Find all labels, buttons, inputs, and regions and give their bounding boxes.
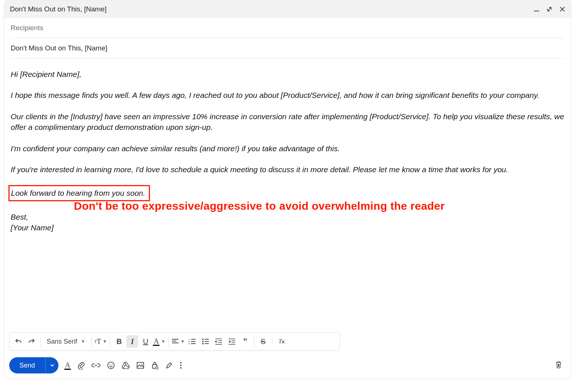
close-icon[interactable] [559, 6, 565, 12]
more-options-icon[interactable] [180, 362, 182, 369]
separator [110, 336, 110, 347]
compose-action-icons: A [64, 361, 182, 370]
discard-draft-icon[interactable] [555, 361, 562, 370]
body-paragraph-3: I'm confident your company can achieve s… [11, 143, 564, 154]
svg-point-8 [108, 362, 114, 369]
minimize-icon[interactable] [534, 6, 539, 12]
body-paragraph-2: Our clients in the [Industry] have seen … [11, 111, 564, 133]
caret-down-icon: ▼ [161, 339, 165, 344]
drive-icon[interactable] [122, 362, 130, 369]
svg-point-16 [180, 365, 182, 366]
font-family-label: Sans Serif [47, 338, 77, 345]
bullet-list-button[interactable] [200, 335, 211, 348]
numbered-list-button[interactable]: 123 [186, 335, 198, 348]
compose-fields: Recipients Don't Miss Out on This, [Name… [4, 18, 571, 58]
svg-point-9 [110, 364, 110, 365]
body-paragraph-4: If you're interested in learning more, I… [11, 164, 564, 175]
svg-point-10 [112, 364, 112, 365]
align-button[interactable]: ▼ [172, 335, 185, 348]
bold-button[interactable]: B [113, 335, 125, 348]
font-size-button[interactable]: тT▼ [94, 335, 107, 348]
font-family-select[interactable]: Sans Serif ▼ [44, 338, 88, 345]
subject-field[interactable]: Don't Miss Out on This, [Name] [11, 38, 564, 58]
italic-button[interactable]: I [126, 335, 138, 348]
body-signature: [Your Name] [11, 222, 564, 233]
svg-point-17 [180, 367, 182, 369]
send-button[interactable]: Send [9, 357, 45, 373]
email-body[interactable]: Hi [Recipient Name], I hope this message… [4, 58, 571, 332]
separator [272, 336, 272, 347]
format-toolbar: Sans Serif ▼ тT▼ B I U A ▼ ▼ 123 [9, 332, 340, 351]
svg-text:T: T [279, 338, 282, 344]
separator [40, 336, 41, 347]
svg-point-15 [180, 362, 182, 364]
annotation-callout: Don't be too expressive/aggressive to av… [74, 198, 445, 214]
insert-link-icon[interactable] [92, 363, 100, 368]
recipients-field[interactable]: Recipients [11, 18, 564, 38]
redo-button[interactable] [26, 335, 37, 348]
confidential-mode-icon[interactable] [151, 361, 158, 369]
undo-button[interactable] [12, 335, 24, 348]
indent-more-button[interactable] [226, 335, 238, 348]
svg-rect-0 [534, 11, 539, 11]
emoji-icon[interactable] [107, 361, 115, 369]
caret-down-icon: ▼ [81, 339, 85, 344]
indent-less-button[interactable] [213, 335, 225, 348]
svg-text:3: 3 [189, 343, 190, 345]
insert-signature-icon[interactable] [165, 361, 173, 369]
svg-point-5 [202, 341, 204, 342]
separator [168, 336, 169, 347]
send-options-button[interactable] [45, 357, 58, 373]
quote-button[interactable]: ” [239, 335, 251, 348]
send-button-group: Send [9, 357, 58, 373]
body-greeting: Hi [Recipient Name], [11, 69, 564, 79]
caret-down-icon: ▼ [180, 339, 185, 344]
separator [91, 336, 92, 347]
remove-formatting-button[interactable]: T [275, 335, 287, 348]
action-bar: Send A [4, 355, 571, 379]
underline-button[interactable]: U [140, 335, 151, 348]
compose-header: Don't Miss Out on This, [Name] [4, 0, 571, 18]
separator [254, 336, 254, 347]
insert-photo-icon[interactable] [136, 362, 144, 369]
restore-icon[interactable] [546, 6, 553, 13]
formatting-toggle-button[interactable]: A [64, 361, 71, 370]
svg-point-6 [202, 343, 204, 344]
svg-rect-11 [137, 362, 144, 368]
svg-point-12 [141, 364, 143, 365]
strikethrough-button[interactable]: S [257, 335, 269, 348]
text-color-button[interactable]: A ▼ [153, 335, 165, 348]
email-compose-window: Don't Miss Out on This, [Name] Recipient… [4, 0, 571, 379]
compose-title: Don't Miss Out on This, [Name] [10, 5, 534, 13]
window-controls [534, 6, 565, 13]
attach-file-icon[interactable] [78, 361, 85, 369]
body-paragraph-1: I hope this message finds you well. A fe… [11, 90, 564, 100]
caret-down-icon: ▼ [103, 339, 107, 344]
svg-point-4 [202, 338, 204, 340]
